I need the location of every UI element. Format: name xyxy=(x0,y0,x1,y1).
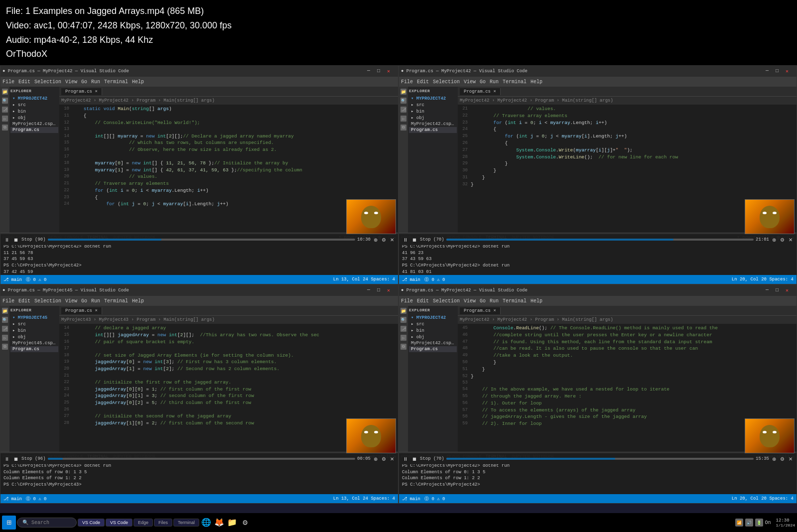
menu-help-4[interactable]: Help xyxy=(531,298,542,304)
menu-edit-2[interactable]: Edit xyxy=(417,79,429,85)
taskbar-icon-firefox[interactable]: 🦊 xyxy=(213,517,225,529)
tab-program-4[interactable]: Program.cs × xyxy=(460,307,501,314)
file-bin-3[interactable]: ▸ bin xyxy=(10,327,58,334)
menu-selection-1[interactable]: Selection xyxy=(34,79,61,85)
menu-terminal-4[interactable]: Terminal xyxy=(503,298,527,304)
explorer-icon-4[interactable]: 📁 xyxy=(400,308,406,314)
menu-edit-4[interactable]: Edit xyxy=(417,298,429,304)
zoom-btn-2[interactable]: ⊕ xyxy=(771,237,777,243)
settings-btn-4[interactable]: ⚙ xyxy=(779,456,786,462)
taskbar-icon-chrome[interactable]: 🌐 xyxy=(200,517,212,529)
git-icon-4[interactable]: ⎇ xyxy=(400,326,406,332)
file-src-4[interactable]: ▸ src xyxy=(409,321,457,327)
menu-selection-2[interactable]: Selection xyxy=(433,79,460,85)
debug-icon-3[interactable]: ▷ xyxy=(2,335,8,341)
git-icon-3[interactable]: ⎇ xyxy=(2,326,8,332)
debug-icon-2[interactable]: ▷ xyxy=(400,116,406,122)
extensions-icon-4[interactable]: ⧉ xyxy=(400,344,406,350)
menu-file-2[interactable]: File xyxy=(401,79,413,85)
pause-btn-2[interactable]: ⏸ xyxy=(402,237,409,243)
close-vid-btn-2[interactable]: ✕ xyxy=(788,237,794,243)
close-vid-btn-3[interactable]: ✕ xyxy=(389,456,395,462)
settings-btn-2[interactable]: ⚙ xyxy=(779,237,786,243)
taskbar-search[interactable]: 🔍 Search xyxy=(17,518,77,528)
progress-bar-1[interactable] xyxy=(48,239,355,241)
file-csproj-1[interactable]: MyProject42.csproj xyxy=(10,121,58,127)
taskbar-app-files[interactable]: Files xyxy=(154,519,172,527)
pause-btn-4[interactable]: ⏸ xyxy=(402,456,409,462)
menu-terminal-1[interactable]: Terminal xyxy=(104,79,128,85)
menu-edit-1[interactable]: Edit xyxy=(18,79,30,85)
file-obj-4[interactable]: ▸ obj xyxy=(409,334,457,340)
stop-btn-4[interactable]: ⏹ xyxy=(411,456,418,462)
tray-battery-icon[interactable]: 🔋 xyxy=(755,519,763,527)
search-icon-1[interactable]: 🔍 xyxy=(2,98,8,104)
extensions-icon-2[interactable]: ⧉ xyxy=(400,125,406,131)
file-bin-2[interactable]: ▸ bin xyxy=(409,108,457,115)
menu-run-4[interactable]: Run xyxy=(490,298,499,304)
menu-view-3[interactable]: View xyxy=(65,298,77,304)
settings-btn-1[interactable]: ⚙ xyxy=(381,237,387,243)
file-obj-3[interactable]: ▸ obj xyxy=(10,334,58,340)
taskbar-app-vs1[interactable]: VS Code xyxy=(78,519,105,527)
explorer-icon-1[interactable]: 📁 xyxy=(2,89,8,95)
close-btn-4[interactable]: ✕ xyxy=(786,287,789,293)
file-program-1[interactable]: Program.cs xyxy=(10,127,58,133)
file-project-4[interactable]: ▾ MYPROJECT42 xyxy=(409,314,457,321)
menu-terminal-2[interactable]: Terminal xyxy=(503,79,527,85)
maximize-btn-4[interactable]: □ xyxy=(776,287,779,293)
file-src-2[interactable]: ▸ src xyxy=(409,102,457,108)
menu-view-1[interactable]: View xyxy=(65,79,77,85)
file-project-1[interactable]: ▾ MYPROJECT42 xyxy=(10,95,58,102)
file-program-3[interactable]: Program.cs xyxy=(10,346,58,352)
pause-btn-1[interactable]: ⏸ xyxy=(3,237,10,243)
menu-view-2[interactable]: View xyxy=(464,79,476,85)
search-icon-3[interactable]: 🔍 xyxy=(2,317,8,323)
menu-file-1[interactable]: File xyxy=(2,79,14,85)
pause-btn-3[interactable]: ⏸ xyxy=(3,456,10,462)
menu-selection-3[interactable]: Selection xyxy=(34,298,61,304)
stop-btn-1[interactable]: ⏹ xyxy=(12,237,19,243)
taskbar-app-terminal[interactable]: Terminal xyxy=(173,519,199,527)
close-vid-btn-1[interactable]: ✕ xyxy=(389,237,395,243)
minimize-btn-2[interactable]: ─ xyxy=(766,68,769,74)
menu-help-2[interactable]: Help xyxy=(531,79,542,85)
file-obj-1[interactable]: ▸ obj xyxy=(10,115,58,121)
file-project-3[interactable]: ▾ MYPROJECT45 xyxy=(10,314,58,321)
tray-volume-icon[interactable]: 🔊 xyxy=(745,519,753,527)
file-csproj-4[interactable]: MyProject42.csproj xyxy=(409,340,457,346)
minimize-btn-1[interactable]: ─ xyxy=(367,68,370,74)
maximize-btn-2[interactable]: □ xyxy=(776,68,779,74)
git-icon-2[interactable]: ⎇ xyxy=(400,107,406,113)
taskbar-app-vs2[interactable]: VS Code xyxy=(106,519,133,527)
stop-btn-3[interactable]: ⏹ xyxy=(12,456,19,462)
menu-selection-4[interactable]: Selection xyxy=(433,298,460,304)
file-csproj-2[interactable]: MyProject42.csproj xyxy=(409,121,457,127)
close-vid-btn-4[interactable]: ✕ xyxy=(788,456,794,462)
menu-help-3[interactable]: Help xyxy=(132,298,144,304)
file-src-3[interactable]: ▸ src xyxy=(10,321,58,327)
file-program-4[interactable]: Program.cs xyxy=(409,346,457,352)
menu-file-3[interactable]: File xyxy=(2,298,14,304)
menu-go-3[interactable]: Go xyxy=(81,298,87,304)
menu-terminal-3[interactable]: Terminal xyxy=(104,298,128,304)
zoom-btn-1[interactable]: ⊕ xyxy=(373,237,379,243)
taskbar-app-edge[interactable]: Edge xyxy=(133,519,153,527)
taskbar-icon-settings[interactable]: ⚙ xyxy=(239,517,251,529)
debug-icon-1[interactable]: ▷ xyxy=(2,116,8,122)
maximize-btn-1[interactable]: □ xyxy=(377,68,380,74)
menu-go-2[interactable]: Go xyxy=(480,79,486,85)
close-btn-3[interactable]: ✕ xyxy=(387,287,390,293)
progress-bar-2[interactable] xyxy=(446,239,754,241)
stop-btn-2[interactable]: ⏹ xyxy=(411,237,418,243)
file-csproj-3[interactable]: MyProject45.csproj xyxy=(10,340,58,346)
file-obj-2[interactable]: ▸ obj xyxy=(409,115,457,121)
maximize-btn-3[interactable]: □ xyxy=(377,287,380,293)
file-program-2[interactable]: Program.cs xyxy=(409,127,457,133)
minimize-btn-3[interactable]: ─ xyxy=(367,287,370,293)
progress-bar-4[interactable] xyxy=(446,458,754,460)
menu-view-4[interactable]: View xyxy=(464,298,476,304)
close-btn-1[interactable]: ✕ xyxy=(387,68,390,74)
menu-run-1[interactable]: Run xyxy=(91,79,100,85)
tab-program-3[interactable]: Program.cs × xyxy=(61,307,102,314)
